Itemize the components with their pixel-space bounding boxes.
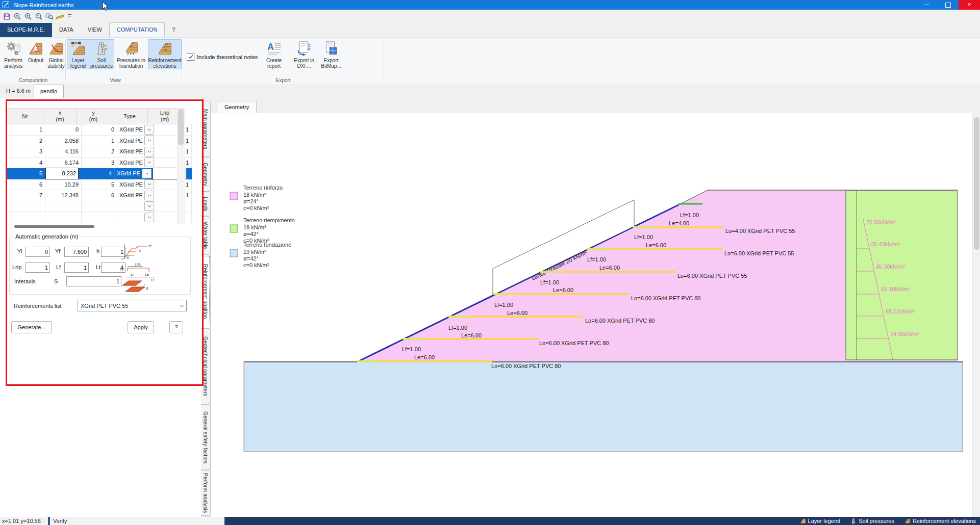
- side-tab-general-safety-factors[interactable]: General safety factors: [201, 405, 211, 470]
- perform-analysis-button[interactable]: Perform analysis: [1, 39, 26, 69]
- cell-y[interactable]: 5: [82, 179, 117, 191]
- measure-icon[interactable]: [55, 11, 65, 21]
- soil-pressures-toggle[interactable]: Soil pressures: [89, 39, 114, 69]
- cell-y[interactable]: 1: [82, 136, 117, 147]
- cell-nr[interactable]: 3: [7, 146, 45, 158]
- type-dropdown-button[interactable]: [144, 158, 154, 167]
- cell-lrip[interactable]: 1: [155, 190, 192, 201]
- cell-type[interactable]: XGrid PE: [117, 158, 155, 169]
- tab-height[interactable]: H = 6.6 m: [2, 84, 35, 98]
- checkbox-label[interactable]: Include theoretical notes: [197, 54, 258, 60]
- cell-x-editor[interactable]: 8.232: [45, 168, 79, 179]
- table-row[interactable]: 1 0 0 XGrid PE 1: [7, 124, 192, 136]
- create-report-button[interactable]: A Create report: [261, 39, 287, 69]
- type-dropdown-button[interactable]: [144, 179, 154, 189]
- cell-nr[interactable]: 5: [7, 168, 45, 179]
- side-tab-geometry[interactable]: Geometry: [201, 157, 211, 192]
- type-dropdown-button[interactable]: [144, 125, 154, 135]
- export-dxf-button[interactable]: DXF Export in DXF...: [291, 39, 317, 69]
- type-dropdown-button[interactable]: [142, 169, 152, 178]
- cell-nr[interactable]: 1: [7, 124, 45, 136]
- geometry-canvas[interactable]: carico stradale 20 kN/m² Lf=1.00Le=6.00L…: [211, 113, 972, 517]
- cell-nr[interactable]: 6: [7, 179, 45, 191]
- table-row[interactable]: 6 10.29 5 XGrid PE 1: [7, 179, 192, 191]
- cell-x[interactable]: 2.058: [45, 136, 82, 147]
- cell-y[interactable]: 2: [82, 146, 117, 158]
- layer-legend-toggle[interactable]: Layer legend: [67, 39, 89, 69]
- table-row[interactable]: 7 12.348 6 XGrid PE 1: [7, 190, 192, 201]
- table-row-selected[interactable]: 5 8.232 4 XGrid PE 1: [7, 168, 192, 179]
- cell-lrip[interactable]: 1: [155, 146, 192, 158]
- cell-x[interactable]: 0: [45, 124, 82, 136]
- save-icon[interactable]: [2, 11, 12, 21]
- s-field[interactable]: [66, 276, 121, 286]
- table-row[interactable]: 2 2.058 1 XGrid PE 1: [7, 136, 192, 147]
- cell-lrip[interactable]: 1: [155, 124, 192, 136]
- cell-type[interactable]: XGrid PE: [117, 179, 155, 191]
- scrollbar-thumb[interactable]: [974, 117, 979, 250]
- layer-legend-status-toggle[interactable]: Layer legend: [800, 518, 841, 524]
- type-dropdown-button[interactable]: [144, 201, 154, 211]
- help-button[interactable]: ?: [169, 321, 183, 333]
- canvas-vertical-scrollbar[interactable]: [972, 113, 980, 517]
- reinforcement-elevations-status-toggle[interactable]: Reinforcement elevations: [904, 518, 976, 524]
- tab-data[interactable]: DATA: [52, 23, 81, 37]
- minimize-button[interactable]: [916, 0, 937, 10]
- cell-lrip[interactable]: 1: [155, 158, 192, 169]
- maximize-button[interactable]: [937, 0, 959, 10]
- tab-geometry[interactable]: Geometry: [217, 101, 257, 114]
- yi-field[interactable]: [26, 247, 50, 257]
- type-dropdown-button[interactable]: [144, 213, 154, 222]
- lf-field[interactable]: [64, 262, 89, 273]
- include-theoretical-notes-checkbox[interactable]: [187, 53, 194, 61]
- tab-slope-mre[interactable]: SLOPE-M.R.E.: [0, 23, 52, 37]
- cell-lrip[interactable]: 1: [155, 136, 192, 147]
- cell-y[interactable]: 6: [82, 190, 117, 201]
- zoom-region-icon[interactable]: [44, 11, 55, 21]
- cell-type[interactable]: XGrid PE: [115, 168, 153, 179]
- cell-type[interactable]: XGrid PE: [117, 124, 155, 136]
- cell-lrip[interactable]: 1: [155, 179, 192, 191]
- more-dropdown-icon[interactable]: [66, 11, 73, 21]
- zoom-window-icon[interactable]: [12, 11, 22, 21]
- table-row-empty[interactable]: [7, 201, 192, 213]
- global-stability-button[interactable]: Global stability: [46, 39, 66, 69]
- cell-type[interactable]: XGrid PE: [117, 136, 155, 147]
- tab-computation[interactable]: COMPUTATION: [109, 22, 165, 37]
- side-tab-geotechnical-parameters[interactable]: Geotechnical parameters: [201, 328, 211, 405]
- cell-x[interactable]: 6.174: [45, 158, 82, 169]
- side-tab-loads[interactable]: Loads: [201, 192, 211, 216]
- chevron-down-icon[interactable]: [177, 304, 186, 307]
- cell-x[interactable]: 10.29: [45, 179, 82, 191]
- table-row[interactable]: 3 4.116 2 XGrid PE 1: [7, 146, 192, 158]
- cell-type[interactable]: XGrid PE: [117, 190, 155, 201]
- cell-nr[interactable]: 4: [7, 158, 45, 169]
- type-dropdown-button[interactable]: [144, 191, 154, 200]
- cell-type[interactable]: XGrid PE: [117, 146, 155, 158]
- cell-nr[interactable]: 7: [7, 190, 45, 201]
- pressures-in-foundation-button[interactable]: Pressures in foundation: [114, 39, 148, 69]
- soil-pressures-status-toggle[interactable]: Soil pressures: [850, 518, 894, 524]
- type-dropdown-button[interactable]: [144, 136, 154, 145]
- side-tab-water-table[interactable]: Water table: [201, 216, 211, 255]
- table-row-empty[interactable]: [7, 212, 192, 223]
- cell-x[interactable]: 4.116: [45, 146, 82, 158]
- yf-field[interactable]: [64, 247, 89, 257]
- cell-nr[interactable]: 2: [7, 136, 45, 147]
- cell-x[interactable]: 12.348: [45, 190, 82, 201]
- close-button[interactable]: ×: [959, 0, 980, 10]
- side-tab-reinforcement-position[interactable]: Reinforcement position: [201, 255, 211, 328]
- cell-y[interactable]: 3: [82, 158, 117, 169]
- cell-y[interactable]: 0: [82, 124, 117, 136]
- reinforcements-list-select[interactable]: XGrid PET PVC 55: [78, 300, 187, 311]
- tab-help[interactable]: ?: [165, 23, 182, 37]
- zoom-in-icon[interactable]: [23, 11, 33, 21]
- export-bitmap-button[interactable]: Export BitMap...: [317, 39, 345, 69]
- side-tab-main-parameters[interactable]: Main parameters: [201, 101, 211, 157]
- side-tab-perform-analysis[interactable]: Perform analysis: [201, 470, 211, 516]
- zoom-out-icon[interactable]: [34, 11, 44, 21]
- lrip-field[interactable]: [26, 262, 50, 273]
- output-button[interactable]: Output: [25, 39, 46, 64]
- cell-y[interactable]: 4: [79, 168, 115, 179]
- table-row[interactable]: 4 6.174 3 XGrid PE 1: [7, 158, 192, 169]
